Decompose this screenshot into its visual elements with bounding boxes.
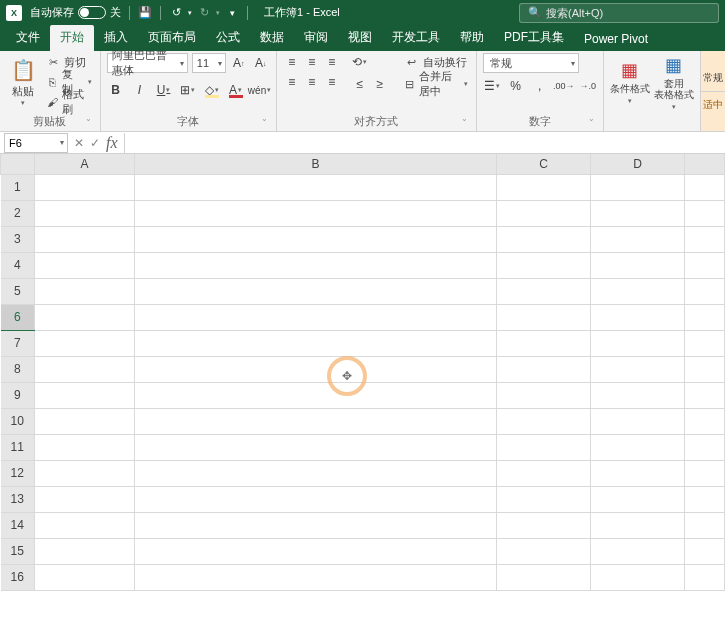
row-header-9[interactable]: 9 <box>1 382 35 408</box>
row-header-14[interactable]: 14 <box>1 512 35 538</box>
decrease-decimal-button[interactable]: →.0 <box>579 77 597 95</box>
orientation-button[interactable]: ⟲ <box>351 53 369 71</box>
cell[interactable] <box>685 304 725 330</box>
cell[interactable] <box>685 356 725 382</box>
align-left-icon[interactable]: ≡ <box>283 73 301 91</box>
cell[interactable] <box>35 460 135 486</box>
tab-帮助[interactable]: 帮助 <box>450 25 494 51</box>
cell[interactable] <box>497 356 591 382</box>
tab-审阅[interactable]: 审阅 <box>294 25 338 51</box>
cell[interactable] <box>591 486 685 512</box>
border-button[interactable]: ⊞ <box>179 81 197 99</box>
formula-input[interactable] <box>124 133 725 153</box>
cell[interactable] <box>685 408 725 434</box>
cell[interactable] <box>35 304 135 330</box>
phonetic-button[interactable]: wén <box>251 81 269 99</box>
cell[interactable] <box>591 434 685 460</box>
cell[interactable] <box>35 278 135 304</box>
redo-icon[interactable]: ↻ <box>197 6 211 19</box>
cell[interactable] <box>497 408 591 434</box>
conditional-format-button[interactable]: ▦ 条件格式 <box>610 53 650 111</box>
row-header-1[interactable]: 1 <box>1 174 35 200</box>
cell[interactable] <box>497 564 591 590</box>
cell[interactable] <box>591 460 685 486</box>
accounting-format-button[interactable]: ☰ <box>483 77 501 95</box>
cell[interactable] <box>591 356 685 382</box>
col-header[interactable] <box>685 154 725 174</box>
cell[interactable] <box>685 330 725 356</box>
search-input[interactable] <box>546 7 710 19</box>
align-bottom-icon[interactable]: ≡ <box>323 53 341 71</box>
undo-icon[interactable]: ↺ <box>169 6 183 19</box>
cell[interactable] <box>591 564 685 590</box>
cell[interactable] <box>35 408 135 434</box>
spreadsheet-grid[interactable]: ABCD12345678910111213141516 ✥ <box>0 154 725 591</box>
tab-视图[interactable]: 视图 <box>338 25 382 51</box>
increase-decimal-button[interactable]: .00→ <box>555 77 573 95</box>
cell[interactable] <box>497 174 591 200</box>
cell-styles-strip[interactable]: 常规 适中 <box>700 51 725 131</box>
row-header-7[interactable]: 7 <box>1 330 35 356</box>
cell[interactable] <box>35 486 135 512</box>
cell[interactable] <box>497 278 591 304</box>
percent-button[interactable]: % <box>507 77 525 95</box>
cell[interactable] <box>497 538 591 564</box>
tab-文件[interactable]: 文件 <box>6 25 50 51</box>
cell[interactable] <box>497 330 591 356</box>
cell[interactable] <box>685 278 725 304</box>
format-as-table-button[interactable]: ▦ 套用 表格格式 <box>654 53 694 111</box>
cell[interactable] <box>497 226 591 252</box>
align-middle-icon[interactable]: ≡ <box>303 53 321 71</box>
cell[interactable] <box>135 278 497 304</box>
cell[interactable] <box>35 226 135 252</box>
tab-Power Pivot[interactable]: Power Pivot <box>574 28 658 51</box>
row-header-4[interactable]: 4 <box>1 252 35 278</box>
cell[interactable] <box>35 512 135 538</box>
cell[interactable] <box>591 252 685 278</box>
cell[interactable] <box>497 512 591 538</box>
row-header-8[interactable]: 8 <box>1 356 35 382</box>
cell[interactable] <box>685 174 725 200</box>
row-header-12[interactable]: 12 <box>1 460 35 486</box>
fx-icon[interactable]: fx <box>106 134 118 152</box>
row-header-3[interactable]: 3 <box>1 226 35 252</box>
autosave-toggle[interactable]: 自动保存 关 <box>30 5 121 20</box>
row-header-15[interactable]: 15 <box>1 538 35 564</box>
cell[interactable] <box>685 252 725 278</box>
cell[interactable] <box>685 512 725 538</box>
cell[interactable] <box>35 174 135 200</box>
save-icon[interactable]: 💾 <box>138 6 152 19</box>
cell[interactable] <box>135 356 497 382</box>
cell[interactable] <box>135 460 497 486</box>
col-header-D[interactable]: D <box>591 154 685 174</box>
row-header-13[interactable]: 13 <box>1 486 35 512</box>
cell[interactable] <box>35 538 135 564</box>
increase-font-icon[interactable]: A↑ <box>230 54 248 72</box>
comma-button[interactable]: , <box>531 77 549 95</box>
cell[interactable] <box>591 278 685 304</box>
cell[interactable] <box>497 382 591 408</box>
fill-color-button[interactable]: ◇ <box>203 81 221 99</box>
cell[interactable] <box>135 226 497 252</box>
tab-开始[interactable]: 开始 <box>50 25 94 51</box>
cell[interactable] <box>591 304 685 330</box>
search-box[interactable]: 🔍 <box>519 3 719 23</box>
cell[interactable] <box>135 252 497 278</box>
row-header-16[interactable]: 16 <box>1 564 35 590</box>
cell[interactable] <box>685 538 725 564</box>
col-header-B[interactable]: B <box>135 154 497 174</box>
cell[interactable] <box>135 200 497 226</box>
cell[interactable] <box>497 434 591 460</box>
tab-PDF工具集[interactable]: PDF工具集 <box>494 25 574 51</box>
row-header-2[interactable]: 2 <box>1 200 35 226</box>
cell[interactable] <box>35 356 135 382</box>
cell[interactable] <box>135 564 497 590</box>
cell[interactable] <box>135 382 497 408</box>
format-painter-button[interactable]: 🖌格式刷 <box>44 93 93 111</box>
cell[interactable] <box>135 538 497 564</box>
font-color-button[interactable]: A <box>227 81 245 99</box>
number-format-select[interactable]: 常规 <box>483 53 579 73</box>
cell[interactable] <box>35 434 135 460</box>
cell[interactable] <box>135 486 497 512</box>
customize-qat-icon[interactable]: ▾ <box>225 8 239 18</box>
